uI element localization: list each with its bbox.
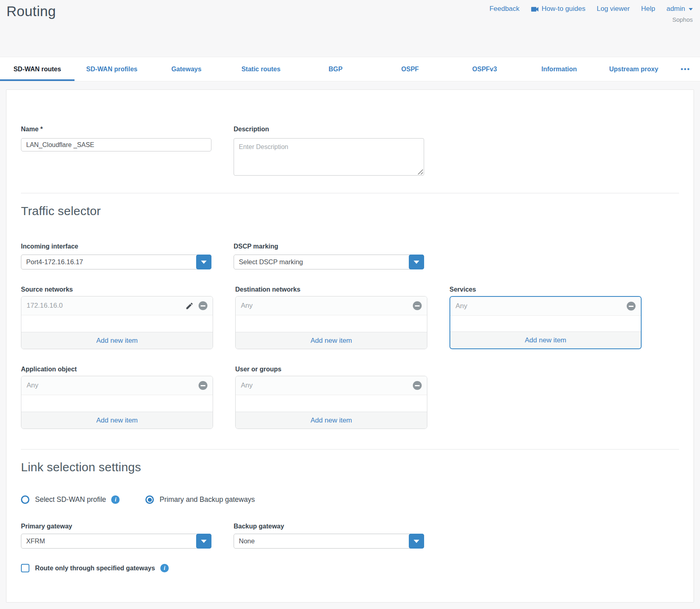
radio-label-sdwan-profile: Select SD-WAN profile (35, 495, 106, 504)
info-icon[interactable]: i (111, 495, 120, 504)
edit-pencil-icon[interactable] (185, 302, 194, 310)
howto-guides-label: How-to guides (542, 5, 586, 13)
sdwan-route-form-panel: Name * Description Traffic selector Inco… (6, 89, 694, 603)
howto-guides-link[interactable]: How-to guides (531, 5, 586, 13)
name-description-row: Name * Description (21, 125, 679, 176)
route-only-row: Route only through specified gateways i (21, 564, 679, 572)
route-only-checkbox[interactable] (21, 564, 29, 572)
user-or-groups-label: User or groups (235, 365, 427, 373)
dropdown-button[interactable] (196, 534, 211, 549)
source-networks-box: 172.16.16.0 Add new item (21, 296, 213, 349)
dropdown-button[interactable] (196, 255, 211, 269)
brand-label: Sophos (672, 16, 693, 23)
tab-label: OSPFv3 (472, 66, 497, 73)
primary-gateway-label: Primary gateway (21, 522, 211, 530)
more-tabs-icon: ••• (681, 65, 690, 73)
add-new-item-button[interactable]: Add new item (21, 412, 213, 429)
page-header: Routing Feedback How-to guides Log viewe… (0, 0, 700, 57)
destination-networks-box: Any Add new item (235, 296, 427, 349)
dscp-marking-select[interactable]: Select DSCP marking (234, 255, 424, 269)
page-title: Routing (6, 3, 56, 19)
remove-item-icon[interactable] (627, 302, 636, 311)
interface-dscp-labels: Incoming interface Port4-172.16.16.17 DS… (21, 242, 679, 269)
chevron-down-icon (689, 8, 693, 10)
service-value: Any (456, 302, 622, 310)
remove-item-icon[interactable] (413, 301, 422, 310)
info-icon[interactable]: i (160, 564, 169, 572)
backup-gateway-select[interactable]: None (234, 534, 424, 549)
description-label: Description (234, 125, 424, 133)
traffic-selector-heading: Traffic selector (21, 204, 679, 218)
list-spacer (21, 315, 213, 332)
add-new-item-button[interactable]: Add new item (21, 332, 213, 349)
backup-gateway-label: Backup gateway (234, 522, 424, 530)
tab-information[interactable]: Information (522, 57, 596, 81)
tab-label: Upstream proxy (609, 66, 659, 73)
admin-menu-label: admin (667, 5, 685, 13)
add-new-item-button[interactable]: Add new item (236, 412, 427, 429)
remove-item-icon[interactable] (199, 301, 207, 310)
help-link[interactable]: Help (641, 5, 655, 13)
chevron-down-icon (414, 261, 419, 264)
radio-select-sdwan-profile[interactable] (21, 495, 29, 504)
backup-gateway-value: None (239, 537, 255, 545)
name-label: Name * (21, 125, 211, 133)
tab-bgp[interactable]: BGP (298, 57, 373, 81)
application-object-label: Application object (21, 365, 213, 373)
chevron-down-icon (201, 261, 207, 264)
chevron-down-icon (414, 540, 419, 543)
remove-item-icon[interactable] (199, 381, 207, 390)
section-divider (21, 449, 679, 450)
application-object-value: Any (27, 381, 194, 389)
gateway-mode-radios: Select SD-WAN profile i Primary and Back… (21, 495, 679, 504)
tab-label: SD-WAN routes (13, 66, 61, 73)
primary-gateway-value: XFRM (26, 537, 45, 545)
list-item: Any (450, 297, 641, 316)
tab-label: Information (541, 66, 577, 73)
add-new-item-button[interactable]: Add new item (450, 331, 641, 348)
list-spacer (450, 316, 641, 331)
dscp-marking-value: Select DSCP marking (239, 258, 303, 266)
dropdown-button[interactable] (409, 534, 424, 549)
link-selection-heading: Link selection settings (21, 460, 679, 474)
user-or-groups-value: Any (241, 381, 408, 389)
tab-more[interactable]: ••• (671, 57, 700, 81)
tab-label: OSPF (401, 66, 419, 73)
gateway-selects-row: Primary gateway XFRM Backup gateway None (21, 504, 679, 549)
add-new-item-button[interactable]: Add new item (236, 332, 427, 349)
name-input[interactable] (21, 138, 211, 151)
tab-upstream-proxy[interactable]: Upstream proxy (596, 57, 671, 81)
tab-ospf[interactable]: OSPF (373, 57, 447, 81)
tab-label: Gateways (171, 66, 201, 73)
networks-row: Source networks 172.16.16.0 Add new item… (21, 269, 679, 349)
tab-static-routes[interactable]: Static routes (224, 57, 298, 81)
services-box: Any Add new item (449, 296, 642, 349)
tab-label: Static routes (241, 66, 280, 73)
remove-item-icon[interactable] (413, 381, 422, 390)
application-object-box: Any Add new item (21, 376, 213, 429)
list-item: Any (236, 376, 427, 395)
tab-gateways[interactable]: Gateways (149, 57, 224, 81)
radio-primary-backup-gateways[interactable] (145, 495, 154, 504)
primary-gateway-select[interactable]: XFRM (21, 534, 211, 549)
incoming-interface-select[interactable]: Port4-172.16.16.17 (21, 255, 211, 269)
feedback-link[interactable]: Feedback (489, 5, 520, 13)
chevron-down-icon (201, 540, 207, 543)
list-item: Any (236, 296, 427, 315)
log-viewer-link[interactable]: Log viewer (597, 5, 630, 13)
incoming-interface-label: Incoming interface (21, 242, 211, 251)
list-item: Any (21, 376, 213, 395)
section-divider (21, 193, 679, 193)
tab-sdwan-routes[interactable]: SD-WAN routes (0, 57, 75, 81)
tab-ospfv3[interactable]: OSPFv3 (447, 57, 522, 81)
description-field-wrap (234, 138, 424, 176)
services-label: Services (449, 286, 642, 294)
dropdown-button[interactable] (409, 255, 424, 269)
admin-menu[interactable]: admin (667, 5, 693, 13)
destination-networks-label: Destination networks (235, 286, 427, 294)
tab-sdwan-profiles[interactable]: SD-WAN profiles (75, 57, 149, 81)
radio-label-primary-backup: Primary and Backup gateways (159, 495, 255, 504)
list-spacer (236, 395, 427, 412)
description-textarea[interactable] (234, 139, 424, 175)
dscp-marking-label: DSCP marking (234, 242, 424, 251)
